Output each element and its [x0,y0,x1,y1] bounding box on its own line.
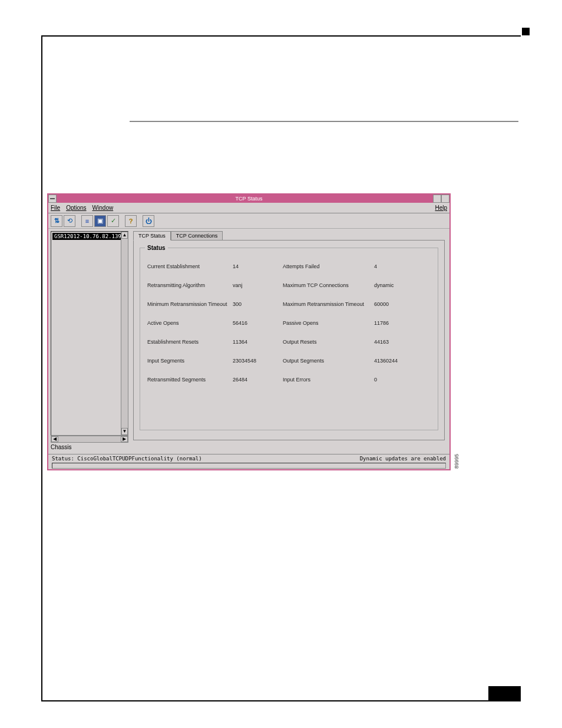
body-area: GSR12012-10.76.82.139 ▲ ▼ ◀ ▶ Chassis TC… [48,229,449,454]
val-max-retrans-timeout: 60000 [374,301,424,307]
menu-file[interactable]: File [51,205,60,211]
menu-window[interactable]: Window [92,205,114,211]
lbl-retrans-algo: Retransmitting Algorithm [147,282,233,288]
tree-list[interactable]: GSR12012-10.76.82.139 ▲ ▼ [51,231,128,436]
toolbar-btn-1[interactable]: ⇅ [51,215,62,227]
toolbar-btn-2[interactable]: ⟲ [64,215,75,227]
lbl-input-errors: Input Errors [283,377,374,383]
maximize-button[interactable] [441,195,449,203]
val-min-retrans-timeout: 300 [233,301,283,307]
tabs: TCP Status TCP Connections [133,231,445,241]
app-window: TCP Status File Options Window Help ⇅ ⟲ … [47,193,451,470]
statusbar: Status: CiscoGlobalTCPUDPFunctionality (… [48,454,449,470]
val-input-errors: 0 [374,377,424,383]
content-pane: TCP Status TCP Connections Status Curren… [131,229,449,454]
val-attempts-failed: 4 [374,263,424,269]
window-buttons [433,195,449,203]
lbl-passive-opens: Passive Opens [283,320,374,326]
fieldset-legend: Status [145,245,168,251]
menubar: File Options Window Help [48,203,449,213]
lbl-max-retrans-timeout: Maximum Retransmission Timeout [283,301,374,307]
titlebar: TCP Status [48,195,449,203]
footer-block [488,686,521,700]
scroll-right-icon[interactable]: ▶ [121,436,128,442]
scroll-down-icon[interactable]: ▼ [121,428,128,435]
scrollbar-vertical[interactable]: ▲ ▼ [121,232,128,435]
status-text: Status: CiscoGlobalTCPUDPFunctionality (… [52,456,202,462]
lbl-retrans-segments: Retransmitted Segments [147,377,233,383]
minimize-button[interactable] [433,195,441,203]
page-footer [41,690,521,701]
tree-pane: GSR12012-10.76.82.139 ▲ ▼ ◀ ▶ Chassis [48,229,131,454]
lbl-current-establishment: Current Establishment [147,263,233,269]
tree-item-selected[interactable]: GSR12012-10.76.82.139 [52,233,123,240]
toolbar-btn-3[interactable]: ≡ [81,215,93,227]
val-output-resets: 44163 [374,339,424,345]
status-grid: Current Establishment 14 Attempts Failed… [147,259,431,383]
side-label: 89995 [454,454,459,469]
scroll-left-icon[interactable]: ◀ [51,436,58,442]
tab-tcp-connections[interactable]: TCP Connections [171,231,223,241]
status-input[interactable] [52,463,446,469]
lbl-establishment-resets: Establishment Resets [147,339,233,345]
scrollbar-horizontal[interactable]: ◀ ▶ [51,436,128,443]
val-retrans-segments: 26484 [233,377,283,383]
toolbar-power-icon[interactable]: ⏻ [143,215,154,227]
lbl-output-resets: Output Resets [283,339,374,345]
system-menu-icon[interactable] [48,195,57,203]
val-input-segments: 23034548 [233,358,283,364]
window-title: TCP Status [236,196,263,202]
toolbar-btn-5[interactable]: ✓ [107,215,119,227]
lbl-input-segments: Input Segments [147,358,233,364]
status-updates: Dynamic updates are enabled [360,456,446,462]
toolbar-help-icon[interactable]: ? [125,215,137,227]
lbl-active-opens: Active Opens [147,320,233,326]
val-retrans-algo: vanj [233,282,283,288]
lbl-min-retrans-timeout: Minimum Retransmission Timeout [147,301,233,307]
val-active-opens: 56416 [233,320,283,326]
val-passive-opens: 11786 [374,320,424,326]
val-output-segments: 41360244 [374,358,424,364]
toolbar-btn-4[interactable]: ▣ [94,215,106,227]
tab-content: Status Current Establishment 14 Attempts… [133,240,445,440]
val-max-tcp-conn: dynamic [374,282,424,288]
divider [130,121,518,122]
tree-label: Chassis [51,443,128,452]
toolbar: ⇅ ⟲ ≡ ▣ ✓ ? ⏻ [48,213,449,229]
menu-options[interactable]: Options [66,205,86,211]
lbl-attempts-failed: Attempts Failed [283,263,374,269]
lbl-max-tcp-conn: Maximum TCP Connections [283,282,374,288]
status-fieldset: Status Current Establishment 14 Attempts… [140,248,438,430]
lbl-output-segments: Output Segments [283,358,374,364]
menu-help[interactable]: Help [435,205,447,211]
val-establishment-resets: 11364 [233,339,283,345]
scroll-up-icon[interactable]: ▲ [121,232,128,239]
tab-tcp-status[interactable]: TCP Status [133,231,171,241]
val-current-establishment: 14 [233,263,283,269]
